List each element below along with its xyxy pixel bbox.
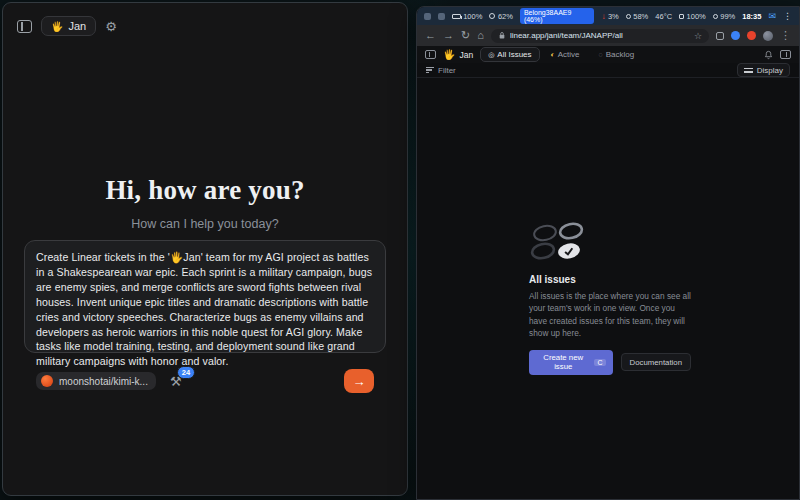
model-selector[interactable]: moonshotai/kimi-k... [36, 372, 156, 390]
hand-emoji-icon: 🖐 [51, 21, 63, 32]
backlog-status-icon: ◌ [599, 51, 603, 58]
system-status-bar: 100% 62% Belong38AAE9 (46%) ↓ 3% 58% 46°… [417, 7, 799, 25]
greeting-block: Hi, how are you? How can I help you toda… [3, 175, 407, 231]
usage-label: 58% [633, 12, 648, 21]
clock: 18:35 [742, 12, 761, 21]
wifi-network-badge[interactable]: Belong38AAE9 (46%) [520, 8, 595, 24]
temperature-label: 46°C [655, 12, 672, 21]
home-icon[interactable]: ⌂ [477, 30, 484, 41]
disk-label: 99% [720, 12, 735, 21]
active-status-icon: ◐ [551, 51, 555, 58]
display-options-icon [744, 67, 753, 74]
jan-app-window: 🖐 Jan ⚙ Hi, how are you? How can I help … [2, 2, 408, 496]
back-icon[interactable]: ← [425, 30, 436, 41]
empty-state-actions: Create new issue C Documentation [529, 350, 691, 375]
tab-label: Backlog [606, 50, 634, 59]
shortcut-key-badge: C [594, 359, 605, 366]
filter-label: Filter [438, 66, 456, 75]
tray-icon[interactable] [424, 13, 431, 20]
greeting-title: Hi, how are you? [3, 175, 407, 206]
view-tabs: ◎ All Issues ◐ Active ◌ Backlog [480, 47, 642, 62]
browser-toolbar: ← → ↻ ⌂ linear.app/jani/team/JANAPP/all … [417, 25, 799, 46]
mail-icon[interactable]: ✉ [768, 11, 776, 21]
tab-label: All Issues [497, 50, 531, 59]
display-button[interactable]: Display [737, 63, 790, 77]
tray-menu-icon[interactable]: ⋮ [783, 11, 792, 21]
composer-toolbar: moonshotai/kimi-k... ⚒ 24 → [36, 369, 374, 393]
brightness-status: 62% [489, 12, 513, 21]
empty-state-description: All issues is the place where you can se… [529, 290, 691, 340]
download-label: 3% [608, 12, 619, 21]
memory-icon [679, 14, 684, 19]
forward-icon[interactable]: → [443, 30, 454, 41]
address-bar[interactable]: linear.app/jani/team/JANAPP/all ☆ [491, 29, 709, 43]
tools-count-badge: 24 [177, 366, 194, 379]
lock-icon [498, 31, 506, 40]
team-name: Jan [68, 20, 86, 32]
send-arrow-icon: → [353, 375, 366, 388]
moonshot-logo-icon [41, 375, 53, 387]
sidebar-toggle-icon[interactable] [17, 20, 32, 33]
extension-blue-icon[interactable] [731, 31, 740, 40]
team-selector[interactable]: 🖐 Jan [41, 16, 96, 36]
tray-icon[interactable] [438, 13, 445, 20]
brightness-label: 62% [498, 12, 513, 21]
battery-label: 100% [463, 12, 482, 21]
right-panel-icon[interactable] [780, 50, 791, 59]
notifications-bell-icon[interactable] [764, 50, 773, 60]
create-issue-label: Create new issue [536, 353, 590, 371]
tab-all-issues[interactable]: ◎ All Issues [480, 47, 539, 62]
documentation-button[interactable]: Documentation [621, 353, 691, 371]
prompt-input[interactable]: Create Linear tickets in the '🖐Jan' team… [36, 250, 374, 369]
temperature-status: 46°C [655, 12, 672, 21]
greeting-subtitle: How can I help you today? [3, 217, 407, 231]
down-arrow-icon: ↓ [601, 12, 605, 21]
battery-icon [452, 14, 461, 19]
issue-status-illustration [529, 222, 587, 262]
browser-window: 100% 62% Belong38AAE9 (46%) ↓ 3% 58% 46°… [416, 6, 800, 500]
extensions-icon[interactable] [716, 32, 724, 40]
tab-backlog[interactable]: ◌ Backlog [591, 47, 643, 62]
workspace-name: Jan [459, 50, 473, 60]
profile-avatar[interactable] [763, 31, 773, 41]
hand-emoji-icon: 🖐 [443, 49, 455, 60]
linear-header: 🖐 Jan ◎ All Issues ◐ Active ◌ Backlog [417, 46, 799, 63]
disk-status: 99% [713, 12, 736, 21]
battery-status: 100% [452, 12, 483, 21]
chat-composer: Create Linear tickets in the '🖐Jan' team… [24, 240, 386, 353]
tab-label: Active [558, 50, 580, 59]
gear-icon[interactable]: ⚙ [105, 20, 117, 33]
url-text: linear.app/jani/team/JANAPP/all [510, 31, 690, 40]
filter-button[interactable]: Filter [426, 66, 456, 75]
bookmark-star-icon[interactable]: ☆ [694, 31, 702, 41]
workspace-label[interactable]: 🖐 Jan [443, 49, 473, 60]
refresh-icon[interactable]: ↻ [461, 30, 470, 41]
filter-bar: Filter Display [417, 63, 799, 78]
memory-status: 100% [679, 12, 706, 21]
download-status: ↓ 3% [601, 12, 618, 21]
all-issues-icon: ◎ [488, 51, 494, 58]
extension-red-icon[interactable] [747, 31, 756, 40]
display-label: Display [757, 66, 783, 75]
tab-active[interactable]: ◐ Active [543, 47, 588, 62]
disk-icon [713, 14, 718, 19]
gauge-icon [626, 14, 631, 19]
send-button[interactable]: → [344, 369, 374, 393]
linear-main-content: All issues All issues is the place where… [417, 78, 799, 499]
create-new-issue-button[interactable]: Create new issue C [529, 350, 613, 375]
tools-button[interactable]: ⚒ 24 [166, 372, 186, 390]
browser-menu-icon[interactable]: ⋮ [780, 30, 791, 41]
model-label: moonshotai/kimi-k... [59, 376, 148, 387]
all-issues-empty-state: All issues All issues is the place where… [529, 222, 691, 375]
empty-state-title: All issues [529, 274, 691, 285]
jan-header: 🖐 Jan ⚙ [3, 3, 407, 36]
filter-icon [426, 67, 434, 73]
sidebar-panel-icon[interactable] [425, 50, 436, 59]
brightness-icon [489, 13, 495, 19]
usage-status: 58% [626, 12, 649, 21]
memory-label: 100% [687, 12, 706, 21]
